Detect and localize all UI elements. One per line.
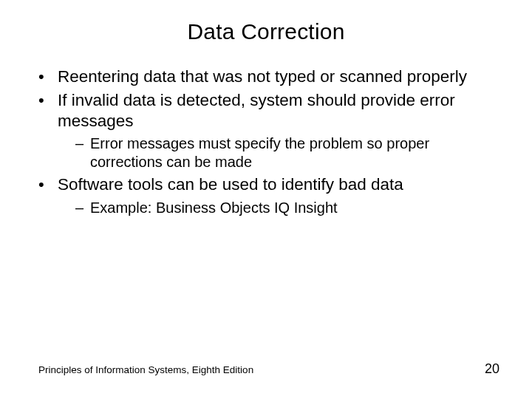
sub-bullet-list: Error messages must specify the problem … [58, 134, 502, 171]
footer-source: Principles of Information Systems, Eight… [38, 364, 253, 375]
list-item: Error messages must specify the problem … [75, 134, 502, 171]
slide-footer: Principles of Information Systems, Eight… [38, 361, 499, 377]
bullet-text: Software tools can be used to identify b… [58, 175, 403, 194]
bullet-text: Reentering data that was not typed or sc… [58, 67, 467, 86]
slide: Data Correction Reentering data that was… [0, 0, 532, 399]
bullet-text: If invalid data is detected, system shou… [58, 91, 455, 130]
list-item: Reentering data that was not typed or sc… [38, 66, 502, 87]
slide-title: Data Correction [0, 0, 532, 66]
list-item: Example: Business Objects IQ Insight [75, 199, 502, 217]
sub-bullet-list: Example: Business Objects IQ Insight [58, 199, 502, 217]
page-number: 20 [485, 361, 499, 377]
bullet-text: Example: Business Objects IQ Insight [90, 200, 338, 216]
bullet-list: Reentering data that was not typed or sc… [38, 66, 502, 217]
list-item: If invalid data is detected, system shou… [38, 90, 502, 171]
list-item: Software tools can be used to identify b… [38, 174, 502, 216]
bullet-text: Error messages must specify the problem … [90, 135, 429, 170]
slide-content: Reentering data that was not typed or sc… [0, 66, 532, 217]
